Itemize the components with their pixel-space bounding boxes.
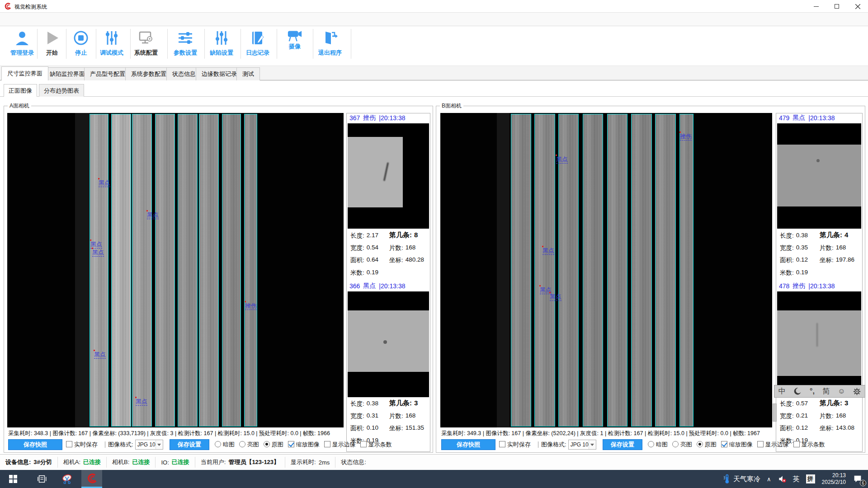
ime-mode-toggle[interactable]: 中 [778,387,786,396]
original-image-radio[interactable] [697,441,703,447]
ime-mode-indicator[interactable]: 拼 [803,470,818,488]
image-format-label: 图像格式: [108,441,133,449]
save-snapshot-button[interactable]: 保存快照 [441,439,495,450]
windows-taskbar: 天气寒冷 ∧ 英 拼 20:13 2025/2/10 6 [0,470,868,488]
subtab-distribution-chart[interactable]: 分布趋势图表 [39,84,84,97]
exit-icon [322,30,338,46]
zoom-image-checkbox[interactable] [288,441,294,447]
ime-charset-toggle[interactable]: 简 [823,387,830,396]
image-format-select[interactable]: JPG 100 [568,440,596,450]
minimize-button[interactable] [806,0,826,13]
volume-muted-button[interactable] [774,470,790,488]
exit-program-button[interactable]: 退出程序 [316,28,344,64]
defect-entry[interactable]: 479 黑点 |20:13:38 长度:0.38 第几条:4 宽度:0.35 片… [776,113,862,281]
tab-edge-data-record[interactable]: 边缘数据记录 [196,67,243,80]
panel-b-camera-image: 挫伤 黑点 黑点 黑点 黑点 [440,113,772,427]
monitor-gear-icon [138,30,154,46]
start-button[interactable]: 开始 [38,28,66,64]
film-strip [534,114,555,427]
clock-tray-item[interactable]: 20:13 2025/2/10 [818,472,849,486]
ime-language-bar: 中 °, 简 ☺ [774,385,865,398]
film-strip [631,114,652,427]
camera-a-status: 相机A:已连接 [58,457,107,468]
snipping-tool-button[interactable] [57,470,78,488]
log-book-icon [250,30,266,46]
film-strip [199,114,219,427]
log-record-button[interactable]: 日志记录 [243,28,272,64]
bright-image-radio[interactable] [672,441,679,447]
play-icon [44,30,60,46]
panel-a-stats-line: 采集耗时: 348.3 | 图像计数: 167 | 像素坐标: (333,713… [8,430,330,437]
save-snapshot-button[interactable]: 保存快照 [8,439,62,450]
film-strip [244,114,257,427]
task-view-button[interactable] [32,470,52,488]
tab-system-param-config[interactable]: 系统参数配置 [125,67,172,80]
film-strip [155,114,175,427]
defect-snapshot [777,291,861,397]
camera-b-status: 相机B:已连接 [107,457,156,468]
close-button[interactable] [847,0,868,13]
save-settings-button[interactable]: 保存设置 [170,439,209,450]
vision-app-taskbar-button[interactable] [81,470,102,488]
save-settings-button[interactable]: 保存设置 [603,439,642,450]
gear-icon[interactable] [853,388,861,395]
notification-center-button[interactable]: 6 [849,470,868,488]
ime-emoji-button[interactable]: ☺ [838,387,845,395]
debug-mode-button[interactable]: 调试模式 [97,28,126,64]
device-info: 设备信息:3#分切 [0,457,58,468]
moon-icon[interactable] [793,387,802,395]
show-count-checkbox[interactable] [360,441,367,447]
parameter-settings-button[interactable]: 参数设置 [171,28,200,64]
system-config-button[interactable]: 系统配置 [132,28,160,64]
defect-label: 黑点 [556,156,568,164]
defect-label: 黑点 [147,212,159,219]
show-edge-checkbox[interactable] [324,441,330,447]
stop-button[interactable]: 停止 [66,28,95,64]
panel-a-camera-image: 黑点 黑点 黑点 黑点 挫伤 黑点 黑点 [7,113,344,427]
ime-punctuation-toggle[interactable]: °, [810,387,815,395]
title-bar: 视觉检测系统 [0,0,868,13]
weather-tray-item[interactable]: 天气寒冷 [719,470,764,488]
windows-logo-icon [9,475,17,483]
tab-size-monitor[interactable]: 尺寸监控界面 [1,66,48,80]
defect-entry[interactable]: 367 挫伤 |20:13:38 长度:2.17 第几条:8 宽度:0.54 片… [347,113,430,281]
original-image-radio[interactable] [264,441,270,447]
maximize-button[interactable] [826,0,847,13]
hidden-icons-button[interactable]: ∧ [764,470,774,488]
film-edge-shadow [497,113,509,427]
language-indicator[interactable]: 英 [790,470,803,488]
capture-button[interactable]: 摄像 [280,28,309,64]
bright-image-radio[interactable] [239,441,245,447]
realtime-save-checkbox[interactable] [66,441,72,447]
defect-label: 黑点 [92,249,104,257]
film-strip [178,114,198,427]
subtab-front-image[interactable]: 正面图像 [4,84,37,97]
tab-product-model-config[interactable]: 产品型号配置 [84,67,131,80]
show-count-checkbox[interactable] [793,441,800,447]
dark-image-radio[interactable] [215,441,221,447]
film-edge-shadow [75,113,90,427]
film-strip [132,114,152,427]
start-button[interactable] [3,470,24,488]
defect-entry[interactable]: 478 挫伤 |20:13:38 长度:0.57 第几条:3 宽度:0.21 片… [776,282,862,449]
defect-label: 黑点 [99,180,110,187]
film-strip [222,114,241,427]
zoom-image-checkbox[interactable] [721,441,727,447]
show-edge-checkbox[interactable] [757,441,764,447]
app-logo-icon [86,473,98,484]
sub-tab-bar: 正面图像 分布趋势图表 [0,80,868,97]
video-camera-icon [287,29,302,42]
panel-b-controls: 保存快照 实时保存 图像格式: JPG 100 保存设置 暗图 亮图 原图 缩放… [441,439,830,450]
panel-a-controls: 保存快照 实时保存 图像格式: JPG 100 保存设置 暗图 亮图 原图 缩放… [8,439,396,450]
defect-settings-button[interactable]: 缺陷设置 [207,28,236,64]
scrollbar[interactable] [773,404,777,422]
image-format-select[interactable]: JPG 100 [135,440,163,450]
app-status-bar: 设备信息:3#分切 相机A:已连接 相机B:已连接 IO:已连接 当前用户:管理… [0,454,868,470]
realtime-save-checkbox[interactable] [499,441,505,447]
chevron-down-icon [156,440,163,449]
tab-test[interactable]: 测试 [236,67,260,80]
panel-b-defect-list: 479 黑点 |20:13:38 长度:0.38 第几条:4 宽度:0.35 片… [776,113,863,452]
admin-login-button[interactable]: 管理登录 [8,28,37,64]
defect-entry[interactable]: 366 黑点 |20:13:38 长度:0.38 第几条:3 宽度:0.31 片… [347,282,430,449]
dark-image-radio[interactable] [648,441,654,447]
